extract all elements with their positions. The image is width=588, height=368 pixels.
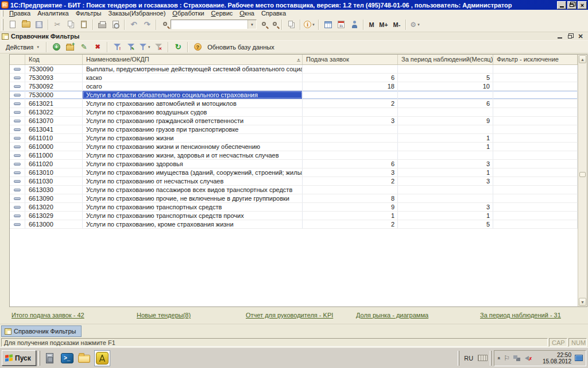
cell-name[interactable]: Услуги по страхованию жизни и пенсионном… <box>83 143 303 151</box>
menu-item[interactable]: Правка <box>6 10 34 17</box>
volume-muted-icon[interactable]: ✗ <box>524 355 532 362</box>
cell-name[interactable]: Услуги по страхованию гражданской ответс… <box>83 117 303 125</box>
cell-filter[interactable] <box>493 194 578 202</box>
cell-name[interactable]: Услуги по страхованию от несчастных случ… <box>83 177 303 185</box>
calendar-button[interactable]: 31 <box>335 18 347 31</box>
vertical-scrollbar[interactable]: ▲ ▼ <box>578 54 587 307</box>
cell-period[interactable]: 1 <box>398 168 493 177</box>
footer-link[interactable]: Новые тендеры(8) <box>137 312 191 319</box>
print-preview-button[interactable] <box>109 18 122 31</box>
cell-filter[interactable] <box>493 203 578 211</box>
cell-period[interactable] <box>398 91 493 99</box>
cell-filter[interactable] <box>493 91 578 99</box>
cell-apps[interactable]: 9 <box>303 203 398 211</box>
child-minimize-button[interactable] <box>556 33 564 40</box>
save-button[interactable] <box>33 18 45 31</box>
cell-apps[interactable] <box>303 134 398 142</box>
cell-name[interactable]: Услуги по страхованию транспортных средс… <box>83 203 303 211</box>
menu-item[interactable]: Сервис <box>208 10 237 17</box>
cell-code[interactable]: 6611000 <box>25 151 83 159</box>
cell-period[interactable]: 5 <box>398 220 493 228</box>
cell-filter[interactable] <box>493 65 578 73</box>
cut-button[interactable]: ✂ <box>51 18 64 31</box>
menu-item[interactable]: Заказы(Избранное) <box>105 10 169 17</box>
refresh-button[interactable]: ↻ <box>172 41 184 53</box>
cell-period[interactable]: 3 <box>398 177 493 185</box>
network-icon[interactable] <box>513 355 517 359</box>
cell-code[interactable]: 6611010 <box>25 134 83 142</box>
cell-filter[interactable] <box>493 212 578 220</box>
cell-apps[interactable]: 2 <box>303 99 398 108</box>
cell-name[interactable]: Услуги по страхованию автомобилей и мото… <box>83 99 303 108</box>
cell-apps[interactable] <box>303 108 398 116</box>
table-row[interactable]: 7530090 Выплаты, предусмотренные действу… <box>10 65 578 74</box>
new-document-button[interactable] <box>6 18 19 31</box>
cell-filter[interactable] <box>493 108 578 116</box>
table-row[interactable]: 6613029 Услуги по страхованию транспортн… <box>10 212 578 220</box>
actions-menu-button[interactable]: Действия ▼ <box>2 41 43 53</box>
set-selection-button[interactable]: ! <box>111 41 123 53</box>
cell-period[interactable]: 6 <box>398 99 493 108</box>
cell-apps[interactable]: 3 <box>303 117 398 125</box>
menu-item[interactable]: Окна <box>236 10 258 17</box>
restore-button[interactable] <box>567 1 577 9</box>
table-row[interactable]: 6611010 Услуги по страхованию жизни 1 <box>10 134 578 143</box>
cell-period[interactable]: 1 <box>398 143 493 151</box>
cell-period[interactable] <box>398 65 493 73</box>
table-row[interactable]: 6613022 Услуги по страхованию воздушных … <box>10 108 578 117</box>
footer-link[interactable]: Отчет для руководителя - KPI <box>246 312 333 319</box>
toolbar-grip[interactable] <box>2 19 3 30</box>
action-center-flag-icon[interactable]: ⚐ <box>504 354 510 362</box>
clear-filter-button[interactable]: ✕ <box>152 41 165 53</box>
cell-name[interactable]: Услуги в области обязательного социально… <box>83 91 303 99</box>
header-code[interactable]: Код <box>25 55 83 64</box>
menu-item[interactable]: Справка <box>258 10 289 17</box>
paste-button[interactable] <box>78 18 90 31</box>
cell-name[interactable]: каско <box>83 74 303 82</box>
print-button[interactable] <box>96 18 109 31</box>
find-previous-button[interactable] <box>269 18 279 31</box>
cell-code[interactable]: 6611020 <box>25 160 83 168</box>
cell-name[interactable]: Услуги по страхованию имущества (зданий,… <box>83 168 303 177</box>
cell-code[interactable]: 6613022 <box>25 108 83 116</box>
cell-code[interactable]: 6613010 <box>25 168 83 177</box>
cell-filter[interactable] <box>493 134 578 142</box>
cell-period[interactable]: 3 <box>398 203 493 211</box>
minimize-button[interactable] <box>557 1 566 9</box>
cell-code[interactable]: 7530092 <box>25 82 83 90</box>
cell-period[interactable] <box>398 194 493 202</box>
computer-management-shortcut[interactable] <box>42 351 57 366</box>
cell-apps[interactable]: 6 <box>303 160 398 168</box>
cell-apps[interactable]: 1 <box>303 212 398 220</box>
table-row[interactable]: 6611020 Услуги по страхованию здоровья 6… <box>10 160 578 168</box>
header-apps[interactable]: Подача заявок <box>303 55 398 64</box>
cell-name[interactable]: Услуги по страхованию пассажиров всех ви… <box>83 186 303 194</box>
table-row[interactable]: 6613041 Услуги по страхованию грузов при… <box>10 125 578 134</box>
table-row[interactable]: 6613010 Услуги по страхованию имущества … <box>10 168 578 177</box>
cell-code[interactable]: 6613030 <box>25 186 83 194</box>
cell-code[interactable]: 6613070 <box>25 117 83 125</box>
cell-filter[interactable] <box>493 151 578 159</box>
close-button[interactable]: × <box>578 1 587 9</box>
cell-apps[interactable] <box>303 151 398 159</box>
cell-apps[interactable]: 6 <box>303 74 398 82</box>
memory-plus-button[interactable]: M+ <box>377 18 390 31</box>
header-filter[interactable]: Фильтр - исключение <box>493 55 578 64</box>
menu-item[interactable]: Обработки <box>169 10 207 17</box>
cell-period[interactable]: 9 <box>398 117 493 125</box>
cell-filter[interactable] <box>493 74 578 82</box>
keyboard-icon[interactable] <box>478 355 488 361</box>
cell-name[interactable]: Услуги по страхованию прочие, не включен… <box>83 194 303 202</box>
cell-code[interactable]: 7530093 <box>25 74 83 82</box>
cell-filter[interactable] <box>493 125 578 133</box>
powershell-shortcut[interactable]: >_ <box>60 351 75 366</box>
table-row[interactable]: 6610000 Услуги по страхованию жизни и пе… <box>10 143 578 151</box>
search-dropdown-button[interactable]: ▼ <box>247 20 256 29</box>
cell-code[interactable]: 6610000 <box>25 143 83 151</box>
search-combobox[interactable]: ▼ <box>171 20 257 29</box>
cell-apps[interactable] <box>303 186 398 194</box>
cell-code[interactable]: 7530000 <box>25 91 83 99</box>
open-button[interactable] <box>20 18 32 31</box>
cell-period[interactable]: 3 <box>398 160 493 168</box>
filter-by-value-button[interactable]: ▼ <box>138 41 151 53</box>
